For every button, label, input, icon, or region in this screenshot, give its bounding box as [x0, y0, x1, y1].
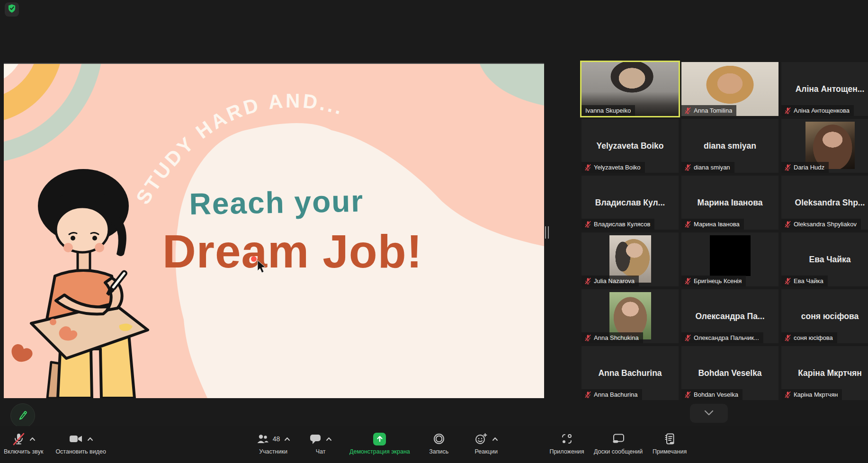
participant-name-label: Anna Bachurina [582, 389, 642, 400]
participant-tile[interactable]: Anna BachurinaAnna Bachurina [582, 346, 679, 400]
participant-label-text: Каріна Мкртчян [794, 391, 838, 398]
participant-label-text: Владислав Кулясов [594, 221, 650, 228]
participant-tile[interactable]: Аліна Антощен...Аліна Антощенкова [781, 62, 868, 116]
muted-mic-icon [784, 107, 791, 114]
participant-tile[interactable]: Daria Hudz [781, 119, 868, 173]
participant-label-text: Марина Іванова [694, 221, 740, 228]
muted-mic-icon [684, 334, 691, 341]
toolbar-item-mute[interactable]: Включить звук [4, 431, 43, 455]
participant-name-label: Ева Чайка [781, 276, 828, 286]
participant-label-text: Julia Nazarova [594, 277, 635, 285]
chevron-up-icon[interactable] [29, 437, 36, 441]
zoom-meeting-window: { "app": { "security_badge": "shield-che… [0, 0, 868, 463]
shield-check-icon [7, 3, 17, 16]
participant-label-text: Daria Hudz [794, 164, 824, 171]
participant-label-text: Anna Bachurina [594, 391, 638, 398]
participant-label-text: Oleksandra Shpyliakov [794, 221, 857, 228]
participant-video [710, 235, 751, 276]
participant-label-text: Anna Tomilina [694, 107, 732, 114]
participant-tile[interactable]: Ева ЧайкаЕва Чайка [781, 232, 868, 286]
toolbar-item-label: Включить звук [4, 448, 43, 455]
participant-tile[interactable]: Каріна МкртчянКаріна Мкртчян [781, 346, 868, 400]
chevron-up-icon[interactable] [492, 437, 498, 441]
toolbar-item-notes[interactable]: Примечания [651, 431, 688, 455]
muted-mic-icon [684, 391, 691, 398]
muted-mic-icon [584, 277, 591, 285]
participant-name-label: Каріна Мкртчян [781, 389, 842, 400]
toolbar-item-participants[interactable]: 48Участники [255, 431, 292, 455]
annotate-button[interactable] [10, 403, 35, 428]
participant-name-label: Bohdan Veselka [681, 389, 743, 400]
muted-mic-icon [784, 221, 791, 228]
participant-name-label: Бригінець Ксенія [681, 276, 746, 286]
participant-name-label: Anna Tomilina [681, 105, 736, 116]
chevron-down-icon [704, 409, 714, 418]
muted-mic-icon [584, 334, 591, 341]
toolbar-item-label: Чат [316, 448, 326, 455]
toolbar-item-record[interactable]: Запись [421, 431, 457, 455]
muted-mic-icon [684, 221, 691, 228]
participant-label-text: Ivanna Skupeiko [585, 107, 631, 114]
toolbar-item-reactions[interactable]: Реакции [468, 431, 505, 455]
participant-tile[interactable]: Oleksandra Shp...Oleksandra Shpyliakov [781, 176, 868, 230]
slide-title-line1: Reach your [189, 184, 364, 221]
muted-mic-icon [684, 277, 691, 285]
toolbar-item-label: Демонстрация экрана [349, 448, 410, 455]
muted-mic-icon [684, 164, 691, 171]
panel-resize-grip[interactable] [545, 226, 550, 239]
participant-tile[interactable]: Julia Nazarova [582, 232, 679, 286]
toolbar-item-share[interactable]: Демонстрация экрана [349, 431, 410, 455]
muted-mic-icon [684, 107, 691, 114]
toolbar-center-group: 48УчастникиЧатДемонстрация экранаЗаписьР… [255, 431, 505, 455]
chat-icon [309, 433, 322, 445]
apps-icon [561, 433, 573, 445]
toolbar-item-whiteboards[interactable]: Доски сообщений [594, 431, 643, 455]
toolbar-item-chat[interactable]: Чат [302, 431, 339, 455]
participant-name-label: Марина Іванова [681, 219, 744, 230]
participant-name-label: Ivanna Skupeiko [582, 105, 635, 116]
toolbar-item-label: Участники [259, 448, 287, 455]
toolbar-item-video[interactable]: Остановить видео [55, 431, 106, 455]
participant-label-text: Ева Чайка [794, 277, 823, 285]
mute-icon [12, 432, 25, 445]
share-icon [373, 433, 386, 445]
participant-name-label: Yelyzaveta Boiko [582, 162, 645, 173]
participant-label-text: Олександра Пальчик... [694, 334, 759, 341]
participant-label-text: Bohdan Veselka [694, 391, 738, 398]
toolbar-item-label: Примечания [653, 448, 687, 455]
toolbar-item-label: Запись [429, 448, 448, 455]
participant-name-label: соня юсіфова [781, 332, 837, 343]
muted-mic-icon [784, 164, 791, 171]
notes-icon [664, 433, 675, 445]
gallery-scroll-down-button[interactable] [690, 404, 728, 423]
chevron-up-icon[interactable] [284, 437, 290, 441]
participant-tile[interactable]: Ivanna Skupeiko [582, 62, 679, 116]
participant-name-label: Anna Shchukina [582, 332, 643, 343]
participant-tile[interactable]: Бригінець Ксенія [681, 232, 779, 286]
participant-name-label: Julia Nazarova [582, 276, 639, 286]
participant-tile[interactable]: Anna Shchukina [582, 289, 679, 343]
participant-tile[interactable]: diana smiyandiana smiyan [681, 119, 779, 173]
participant-label-text: Аліна Антощенкова [794, 107, 850, 114]
chevron-up-icon[interactable] [326, 437, 332, 441]
participant-name-label: Oleksandra Shpyliakov [781, 219, 861, 230]
participant-tile[interactable]: Марина ІвановаМарина Іванова [681, 176, 779, 230]
participant-tile[interactable]: Bohdan VeselkaBohdan Veselka [681, 346, 779, 400]
participant-label-text: Anna Shchukina [594, 334, 639, 341]
toolbar-left-group: Включить звукОстановить видео [4, 431, 106, 455]
participant-name-label: Daria Hudz [781, 162, 829, 173]
video-icon [69, 433, 83, 445]
participant-tile[interactable]: Anna Tomilina [681, 62, 779, 116]
participant-tile[interactable]: Yelyzaveta BoikoYelyzaveta Boiko [582, 119, 679, 173]
toolbar-item-label: Приложения [549, 448, 584, 455]
participant-tile[interactable]: соня юсіфовасоня юсіфова [781, 289, 868, 343]
muted-mic-icon [784, 391, 791, 398]
muted-mic-icon [784, 334, 791, 341]
participants-count: 48 [273, 435, 280, 443]
record-icon [433, 433, 445, 445]
chevron-up-icon[interactable] [87, 437, 93, 441]
participant-tile[interactable]: Владислав Кул...Владислав Кулясов [582, 176, 679, 230]
security-badge[interactable] [5, 2, 19, 17]
participant-tile[interactable]: Олександра Па...Олександра Пальчик... [681, 289, 779, 343]
toolbar-item-apps[interactable]: Приложения [548, 431, 585, 455]
